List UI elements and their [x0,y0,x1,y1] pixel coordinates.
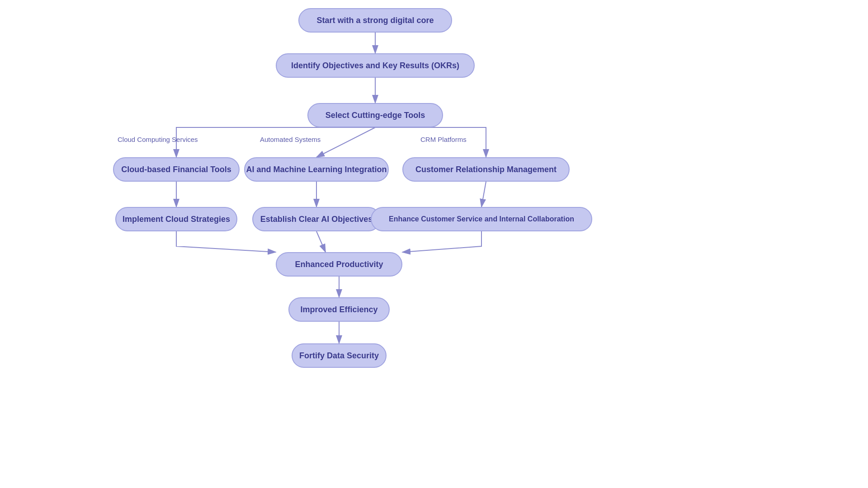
svg-line-6 [481,182,486,207]
node-security: Fortify Data Security [292,343,387,368]
node-start: Start with a strong digital core [298,8,452,33]
label-cloud-computing: Cloud Computing Services [118,136,198,143]
flowchart-diagram: Start with a strong digital core Identif… [0,0,868,488]
label-crm-platforms: CRM Platforms [420,136,467,143]
node-ai-objectives: Establish Clear AI Objectives [252,207,381,231]
node-enhance-customer: Enhance Customer Service and Internal Co… [371,207,592,231]
node-productivity: Enhanced Productivity [276,252,402,277]
node-cloud-tools: Cloud-based Financial Tools [113,157,240,182]
label-automated-systems: Automated Systems [260,136,321,143]
node-crm: Customer Relationship Management [402,157,570,182]
node-tools: Select Cutting-edge Tools [307,103,443,127]
svg-line-7 [316,231,326,252]
node-ai-tools: AI and Machine Learning Integration [244,157,389,182]
node-okr: Identify Objectives and Key Results (OKR… [276,53,475,78]
svg-line-3 [316,127,375,157]
node-efficiency: Improved Efficiency [288,297,390,322]
node-cloud-strategies: Implement Cloud Strategies [115,207,237,231]
